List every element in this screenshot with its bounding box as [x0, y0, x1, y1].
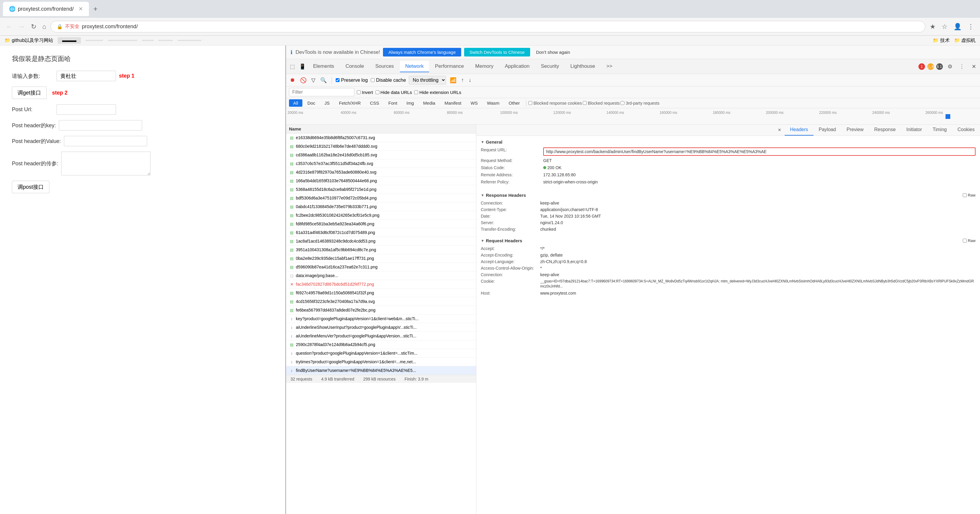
type-manifest-btn[interactable]: Manifest [440, 99, 466, 107]
address-bar[interactable]: 🔒 不安全 proxytest.com/frontend/ [51, 21, 925, 32]
list-item[interactable]: ▤ 0abdc41f1336845de735e079b333b771.png [286, 202, 476, 211]
reload-btn[interactable]: ↻ [29, 21, 38, 32]
list-item[interactable]: ▤ 2590c2878f4ad37e124d9b8a42b94cf5.png [286, 341, 476, 349]
disable-cache-check[interactable] [371, 78, 375, 82]
type-font-btn[interactable]: Font [384, 99, 401, 107]
details-close-btn[interactable]: × [775, 124, 785, 135]
list-item[interactable]: ▤ e16338d6694e35b8d6f8fa25007c6731.svg [286, 134, 476, 142]
back-btn[interactable]: ← [5, 21, 14, 32]
list-item[interactable]: ▤ 5368a48155d18c6a2ce8ab95f2715e1d.png [286, 185, 476, 194]
hide-ext-urls-checkbox[interactable]: Hide extension URLs [414, 90, 461, 95]
preserve-log-checkbox[interactable]: Preserve log [336, 78, 368, 83]
invert-checkbox[interactable]: Invert [357, 90, 373, 95]
details-tab-cookies[interactable]: Cookies [952, 124, 980, 135]
dont-show-btn[interactable]: Don't show again [533, 48, 573, 56]
tab-application[interactable]: Application [500, 61, 535, 72]
list-item[interactable]: ▤ 4cd15656f3223cfe3e270408a17a7d9a.svg [286, 297, 476, 306]
type-wasm-btn[interactable]: Wasm [483, 99, 504, 107]
record-icon[interactable]: ⏺ [289, 76, 296, 84]
get-btn[interactable]: 调get接口 [12, 86, 47, 99]
third-party-cb[interactable]: 3rd-party requests [620, 101, 659, 105]
tab-sources[interactable]: Sources [370, 61, 399, 72]
search-icon[interactable]: 🔍 [319, 76, 328, 84]
tab-performance[interactable]: Performance [430, 61, 469, 72]
post-url-input[interactable] [56, 104, 116, 115]
bookmark-item-vm[interactable]: 📁 虚拟机 [954, 37, 975, 44]
filter-icon[interactable]: ▽ [310, 76, 317, 84]
type-css-btn[interactable]: CSS [366, 99, 383, 107]
third-party-check[interactable] [620, 101, 624, 105]
throttling-select[interactable]: No throttling [409, 76, 446, 84]
bookmark-item-tech[interactable]: 📁 技术 [933, 37, 950, 44]
forward-btn[interactable]: → [17, 21, 27, 32]
list-item[interactable]: ▤ 61a331a4f463d6cf0872c1cd7d075489.png [286, 228, 476, 237]
details-tab-preview[interactable]: Preview [841, 124, 869, 135]
details-tab-timing[interactable]: Timing [928, 124, 952, 135]
profile-btn[interactable]: 👤 [952, 21, 963, 32]
list-item[interactable]: ▤ 0ba2e8e239c935dec15abf1ae17ff731.png [286, 254, 476, 263]
tab-network[interactable]: Network [400, 61, 429, 72]
tab-elements[interactable]: Elements [308, 61, 340, 72]
settings-icon[interactable]: ⚙ [945, 62, 955, 72]
post-btn[interactable]: 调post接口 [12, 181, 49, 193]
inspect-icon[interactable]: ⬚ [288, 62, 297, 72]
req-raw-check[interactable] [963, 239, 967, 243]
type-fetch-btn[interactable]: Fetch/XHR [335, 99, 365, 107]
wifi-icon[interactable]: 📶 [449, 76, 457, 84]
post-key-input[interactable] [59, 120, 142, 130]
raw-check[interactable] [963, 193, 967, 197]
details-tab-initiator[interactable]: Initiator [901, 124, 927, 135]
list-item[interactable]: ▤ 680c0e9d2181b21748b6e7de487dddd0.svg [286, 142, 476, 151]
bookmark-btn[interactable]: ☆ [940, 21, 949, 32]
list-item[interactable]: ▤ 4d2316e879f82970a7653ade60880e40.svg [286, 168, 476, 177]
disable-cache-checkbox[interactable]: Disable cache [371, 78, 406, 83]
home-btn[interactable]: ⌂ [41, 21, 48, 32]
active-tab[interactable]: 🌐 proxytest.com/frontend/ ✕ [3, 2, 89, 16]
list-item[interactable]: ▤ fe6bea567997dd4837a8ded07e2fe2bc.png [286, 306, 476, 315]
details-tab-headers[interactable]: Headers [785, 124, 813, 135]
list-item[interactable]: ↕ trytimes?product=googlePlugin&appVersi… [286, 358, 476, 366]
invert-check[interactable] [357, 91, 361, 94]
param-input[interactable] [56, 71, 116, 81]
blocked-cookies-cb[interactable]: Blocked response cookies [528, 101, 582, 105]
bookmark-item-5[interactable] [142, 40, 154, 41]
tab-console[interactable]: Console [340, 61, 369, 72]
filter-input[interactable] [289, 88, 355, 96]
type-all-btn[interactable]: All [289, 99, 302, 107]
type-js-btn[interactable]: JS [320, 99, 334, 107]
type-img-btn[interactable]: Img [402, 99, 418, 107]
type-other-btn[interactable]: Other [504, 99, 524, 107]
post-value-input[interactable] [64, 136, 147, 146]
list-item[interactable]: ▤ 3951a100431308a1af5c9bb694cd8c7e.png [286, 245, 476, 254]
type-ws-btn[interactable]: WS [466, 99, 482, 107]
details-tab-payload[interactable]: Payload [813, 124, 842, 135]
list-item[interactable]: ▤ cd386aa8b1162ba18e2e416d0d5cb185.svg [286, 151, 476, 159]
list-item[interactable]: ▤ fc2bee2dc985301082424265e3cf01e5c9.png [286, 211, 476, 220]
upload-icon[interactable]: ↑ [460, 76, 465, 84]
tab-close-icon[interactable]: ✕ [78, 6, 83, 12]
more-options-icon[interactable]: ⋮ [957, 62, 967, 72]
tab-more[interactable]: >> [601, 61, 618, 72]
tab-memory[interactable]: Memory [470, 61, 499, 72]
tab-lighthouse[interactable]: Lighthouse [565, 61, 600, 72]
list-item[interactable]: ↕ aiUnderlineMenuVer?product=googlePlugi… [286, 332, 476, 341]
extensions-btn[interactable]: ★ [928, 21, 937, 32]
hide-data-urls-check[interactable] [375, 91, 379, 94]
match-language-btn[interactable]: Always match Chrome's language [383, 48, 461, 56]
type-media-btn[interactable]: Media [419, 99, 439, 107]
preserve-log-check[interactable] [336, 78, 340, 82]
download-icon[interactable]: ↓ [468, 76, 472, 84]
blocked-cookies-check[interactable] [528, 101, 532, 105]
list-item[interactable]: ↕ question?product=googlePlugin&appVersi… [286, 349, 476, 358]
bookmark-item-4[interactable] [108, 40, 137, 41]
raw-checkbox-label[interactable]: Raw [963, 193, 975, 197]
list-item[interactable]: ▤ f6927c49578a69d1c150a5088541f32f.png [286, 289, 476, 297]
details-tab-response[interactable]: Response [869, 124, 901, 135]
new-tab-btn[interactable]: + [91, 3, 100, 14]
device-icon[interactable]: 📱 [298, 62, 307, 72]
close-devtools-icon[interactable]: ✕ [969, 62, 978, 72]
tab-security[interactable]: Security [536, 61, 564, 72]
bookmark-item-github[interactable]: 📁 github以及学习网站 [5, 37, 53, 44]
req-raw-label[interactable]: Raw [963, 239, 975, 243]
list-item[interactable]: ↕ key?product=googlePlugin&appVersion=1&… [286, 315, 476, 323]
